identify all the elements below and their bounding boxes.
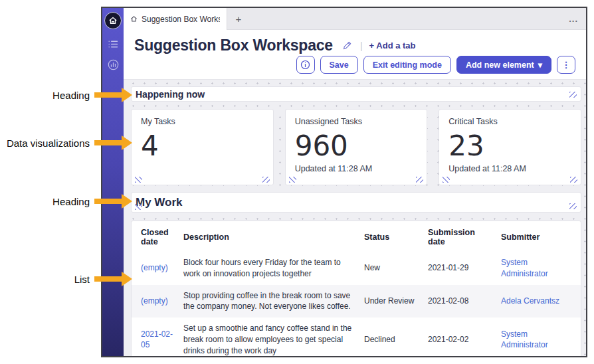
ellipsis-icon: ... <box>569 14 578 24</box>
info-icon <box>300 60 310 70</box>
closed-date-link[interactable]: 2021-02-05 <box>141 329 173 350</box>
tab-bar: Suggestion Box Worksp... + ... <box>124 8 586 30</box>
resize-handle-icon[interactable] <box>135 204 142 210</box>
home-icon <box>108 16 118 25</box>
sidebar-item-list[interactable] <box>108 40 118 48</box>
column-header-closed-date[interactable]: Closed date <box>132 221 183 252</box>
closed-date-link[interactable]: (empty) <box>141 263 168 272</box>
submitter-link[interactable]: System Administrator <box>501 258 548 278</box>
page-title: Suggestion Box Workspace <box>134 37 333 54</box>
annotation-data-visualizations: Data visualizations <box>0 134 132 152</box>
tabbar-spacer <box>250 8 561 29</box>
table-row[interactable]: (empty) Stop providing coffee in the bre… <box>132 285 581 318</box>
resize-handle-icon[interactable] <box>262 177 270 183</box>
heading-element-my-work[interactable]: My Work <box>131 192 581 213</box>
submission-date-cell: 2021-02-02 <box>428 318 501 356</box>
data-visualizations-row: My Tasks 4 Unassigned Tasks 960 Updated … <box>131 109 581 185</box>
description-cell: Set up a smoothie and fancy coffee stand… <box>183 318 364 356</box>
card-value: 960 <box>295 132 418 160</box>
column-header-description[interactable]: Description <box>183 221 364 252</box>
workspace-header: Suggestion Box Workspace | + Add a tab <box>124 30 586 79</box>
description-cell: Block four hours every Friday for the te… <box>183 252 364 285</box>
pencil-icon <box>342 41 352 50</box>
save-button[interactable]: Save <box>320 56 358 74</box>
closed-date-link[interactable]: (empty) <box>141 296 168 306</box>
tab-label: Suggestion Box Worksp... <box>142 15 220 24</box>
description-cell: Stop providing coffee in the break room … <box>183 285 364 318</box>
screenshot-root: Heading Data visualizations Heading List <box>0 0 594 364</box>
heading-text: Happening now <box>136 89 205 100</box>
list-element-my-work[interactable]: Closed date Description Status Submissio… <box>131 221 581 356</box>
add-new-element-button[interactable]: Add new element ▾ <box>456 56 551 74</box>
card-value: 23 <box>448 132 571 160</box>
list-icon <box>108 40 118 48</box>
annotation-heading-2: Heading <box>0 192 132 211</box>
chevron-down-icon: ▾ <box>538 60 542 70</box>
card-critical-tasks[interactable]: Critical Tasks 23 Updated at 11:28 AM <box>439 109 581 185</box>
annotation-heading-1: Heading <box>0 86 132 104</box>
card-value: 4 <box>141 132 264 160</box>
resize-handle-icon[interactable] <box>443 177 450 183</box>
annotation-arrow-icon <box>94 194 132 209</box>
annotation-label: Heading <box>52 90 90 101</box>
tab-suggestion-box-workspace[interactable]: Suggestion Box Worksp... <box>124 8 227 30</box>
new-tab-button[interactable]: + <box>227 8 250 29</box>
edit-title-button[interactable] <box>342 41 352 50</box>
more-options-button[interactable]: ⋮ <box>557 56 575 74</box>
main-area: Suggestion Box Worksp... + ... Suggestio… <box>124 8 586 356</box>
sidebar <box>102 8 124 356</box>
sidebar-item-reports[interactable] <box>108 59 119 70</box>
heading-element-happening-now[interactable]: Happening now <box>131 86 581 102</box>
annotation-label: Heading <box>52 196 90 207</box>
submission-date-cell: 2021-01-29 <box>428 252 501 285</box>
card-updated-timestamp: Updated at 11:28 AM <box>448 164 571 173</box>
tab-home-icon <box>130 15 138 23</box>
table-header-row: Closed date Description Status Submissio… <box>132 221 581 252</box>
annotation-label: List <box>74 274 90 285</box>
add-new-element-label: Add new element <box>466 60 534 70</box>
annotation-label: Data visualizations <box>7 137 90 149</box>
card-my-tasks[interactable]: My Tasks 4 <box>131 109 274 185</box>
status-cell: Declined <box>364 318 428 356</box>
column-header-submission-date[interactable]: Submission date <box>428 221 501 252</box>
add-a-tab-button[interactable]: + Add a tab <box>369 41 416 50</box>
tab-overflow-button[interactable]: ... <box>561 8 586 29</box>
workspace-canvas: Happening now My Tasks 4 Unassigned Task… <box>124 79 586 356</box>
chart-circle-icon <box>108 59 119 70</box>
card-title: My Tasks <box>141 117 264 126</box>
submitter-link[interactable]: Adela Cervantsz <box>501 296 559 306</box>
resize-handle-icon[interactable] <box>416 177 423 183</box>
work-list-table: Closed date Description Status Submissio… <box>132 221 581 356</box>
resize-handle-icon[interactable] <box>135 177 142 183</box>
column-header-status[interactable]: Status <box>364 221 428 252</box>
annotation-arrow-icon <box>94 136 132 150</box>
resize-handle-icon[interactable] <box>569 92 577 98</box>
table-row[interactable]: (empty) Block four hours every Friday fo… <box>132 252 581 285</box>
table-row[interactable]: 2021-02-05 Set up a smoothie and fancy c… <box>132 318 581 356</box>
plus-icon: + <box>236 13 242 25</box>
resize-handle-icon[interactable] <box>570 177 577 183</box>
kebab-icon: ⋮ <box>562 60 571 70</box>
annotation-arrow-icon <box>94 88 132 102</box>
info-button[interactable] <box>296 56 315 74</box>
submitter-link[interactable]: System Administrator <box>501 329 548 350</box>
heading-text: My Work <box>136 196 183 209</box>
header-actions: Save Exit editing mode Add new element ▾… <box>134 56 575 74</box>
card-unassigned-tasks[interactable]: Unassigned Tasks 960 Updated at 11:28 AM <box>285 109 428 185</box>
annotation-arrow-icon <box>94 272 132 286</box>
card-title: Unassigned Tasks <box>295 117 418 126</box>
exit-editing-mode-button[interactable]: Exit editing mode <box>363 56 451 74</box>
card-updated-timestamp: Updated at 11:28 AM <box>295 164 418 173</box>
status-cell: New <box>364 252 428 285</box>
resize-handle-icon[interactable] <box>289 177 296 183</box>
card-title: Critical Tasks <box>448 117 571 126</box>
status-cell: Under Review <box>364 285 428 318</box>
title-row: Suggestion Box Workspace | + Add a tab <box>134 37 575 54</box>
resize-handle-icon[interactable] <box>569 203 577 209</box>
column-header-submitter[interactable]: Submitter <box>501 221 581 252</box>
home-button[interactable] <box>104 12 122 29</box>
title-divider: | <box>360 41 363 51</box>
submission-date-cell: 2021-02-08 <box>428 285 501 318</box>
annotation-list: List <box>0 270 132 288</box>
app-window: Suggestion Box Worksp... + ... Suggestio… <box>101 7 587 357</box>
